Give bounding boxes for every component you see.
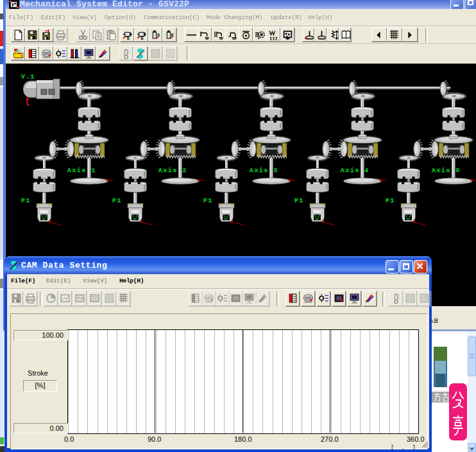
svg-text:Axis 4: Axis 4	[341, 167, 370, 174]
svg-text:E: E	[171, 33, 174, 38]
svg-text:P1: P1	[203, 197, 213, 204]
svg-text:Axis 5: Axis 5	[432, 167, 461, 174]
svg-text:Axis 2: Axis 2	[158, 167, 187, 174]
svg-text:P1: P1	[386, 197, 395, 204]
svg-text:P1: P1	[294, 197, 304, 204]
svg-text:Axis 3: Axis 3	[250, 167, 278, 174]
svg-text:S: S	[157, 33, 160, 38]
svg-text:V.1: V.1	[21, 73, 35, 80]
svg-text:P1: P1	[112, 197, 122, 204]
svg-text:E: E	[140, 36, 144, 40]
svg-text:P1: P1	[21, 197, 31, 204]
svg-text:Axis 1: Axis 1	[67, 167, 96, 174]
svg-text:S: S	[126, 36, 130, 40]
